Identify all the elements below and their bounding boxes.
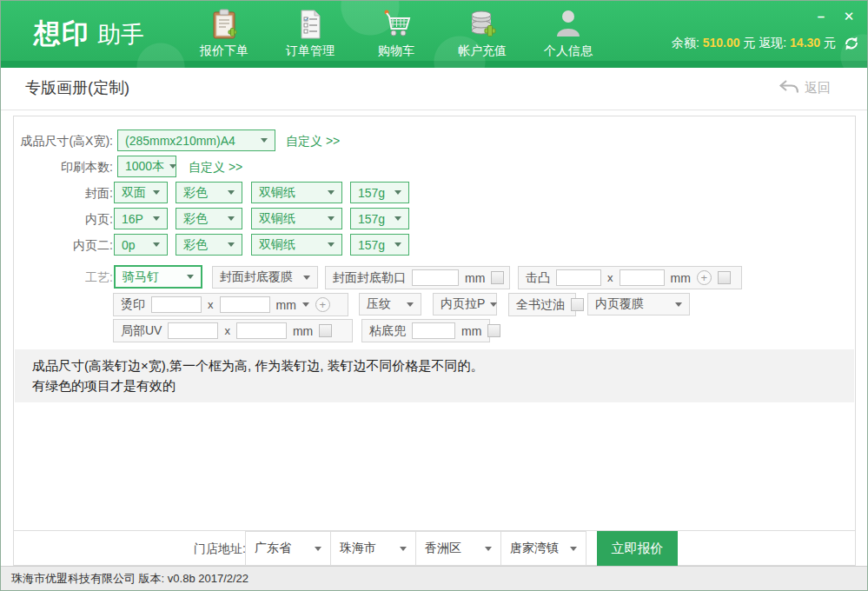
main-nav: 报价下单 订单管理 bbox=[187, 6, 606, 59]
uv-checkbox[interactable] bbox=[319, 324, 332, 337]
minimize-button[interactable]: – bbox=[810, 6, 832, 27]
size-value: (285mmx210mm)A4 bbox=[125, 134, 235, 148]
oil-checkbox[interactable] bbox=[571, 298, 584, 311]
cover-weight-select[interactable]: 157g bbox=[350, 182, 409, 203]
chevron-down-icon bbox=[315, 547, 321, 551]
pages-paper-select[interactable]: 双铜纸 bbox=[251, 208, 342, 229]
chevron-down-icon bbox=[228, 216, 235, 221]
texture-value: 压纹 bbox=[367, 296, 391, 312]
chevron-down-icon bbox=[394, 190, 401, 195]
uv-label: 局部UV bbox=[121, 323, 162, 339]
district-value: 香洲区 bbox=[425, 541, 461, 556]
pages-count-value: 16P bbox=[122, 212, 143, 226]
uv-width-input[interactable] bbox=[168, 322, 218, 339]
city-value: 珠海市 bbox=[340, 541, 376, 556]
province-select[interactable]: 广东省 bbox=[245, 531, 331, 566]
copies-select[interactable]: 1000本 bbox=[117, 156, 176, 177]
app-logo: 想印助手 bbox=[34, 16, 144, 52]
chevron-down-icon bbox=[328, 216, 335, 221]
pocket-size-input[interactable] bbox=[412, 322, 455, 339]
chevron-down-icon[interactable] bbox=[302, 302, 309, 307]
cover-film-select[interactable]: 封面封底覆膜 bbox=[212, 266, 318, 289]
emboss-height-input[interactable] bbox=[620, 269, 665, 286]
nav-item-cart[interactable]: 购物车 bbox=[359, 6, 434, 59]
craft-row-2: 烫印 x mm + 压纹 内页拉P 全书过油 内页覆膜 bbox=[14, 293, 855, 317]
foil-width-input[interactable] bbox=[151, 296, 202, 313]
pages2-paper-select[interactable]: 双铜纸 bbox=[251, 234, 342, 256]
pages2-weight-value: 157g bbox=[358, 238, 385, 252]
emboss-width-input[interactable] bbox=[556, 269, 601, 286]
pages-weight-select[interactable]: 157g bbox=[350, 208, 409, 229]
flap-group: 封面封底勒口 mm bbox=[325, 266, 510, 289]
chevron-down-icon bbox=[394, 216, 401, 221]
district-select[interactable]: 香洲区 bbox=[415, 531, 501, 566]
back-arrow-icon bbox=[779, 79, 799, 96]
size-select[interactable]: (285mmx210mm)A4 bbox=[117, 129, 275, 151]
pocket-group: 粘底兜 mm bbox=[361, 319, 490, 342]
nav-item-recharge[interactable]: 帐户充值 bbox=[445, 6, 520, 59]
emboss-checkbox[interactable] bbox=[718, 271, 731, 284]
store-address-bar: 门店地址: 广东省 珠海市 香洲区 唐家湾镇 立即报价 bbox=[14, 530, 855, 565]
nav-item-quote-order[interactable]: 报价下单 bbox=[187, 6, 262, 59]
nav-label: 订单管理 bbox=[273, 43, 348, 59]
note-line-2: 有绿色的项目才是有效的 bbox=[32, 375, 854, 395]
emboss-unit: mm bbox=[671, 271, 691, 285]
pages-row: 内页: 16P 彩色 双铜纸 157g bbox=[14, 208, 855, 230]
balance-unit: 元 bbox=[743, 36, 755, 50]
texture-select[interactable]: 压纹 bbox=[359, 293, 421, 315]
pocket-checkbox[interactable] bbox=[487, 324, 500, 337]
chevron-down-icon bbox=[328, 190, 335, 195]
add-emboss-icon[interactable]: + bbox=[697, 270, 712, 285]
flap-checkbox[interactable] bbox=[491, 271, 504, 284]
status-bar-text: 珠海市优盟科技有限公司 版本: v0.8b 2017/2/22 bbox=[11, 572, 248, 585]
nav-label: 个人信息 bbox=[531, 43, 606, 59]
foil-unit: mm bbox=[276, 298, 296, 312]
size-label: 成品尺寸(高X宽): bbox=[14, 129, 113, 152]
quote-now-button[interactable]: 立即报价 bbox=[597, 531, 678, 566]
size-custom-link[interactable]: 自定义 >> bbox=[286, 129, 340, 152]
pages2-count-value: 0p bbox=[122, 238, 136, 252]
header-bar: 想印助手 bbox=[1, 1, 867, 68]
oil-label: 全书过油 bbox=[516, 297, 565, 313]
foil-height-input[interactable] bbox=[220, 296, 270, 313]
binding-select[interactable]: 骑马钉 bbox=[114, 265, 202, 289]
cover-sides-select[interactable]: 双面 bbox=[114, 182, 168, 203]
pocket-label: 粘底兜 bbox=[369, 323, 406, 339]
nav-item-profile[interactable]: 个人信息 bbox=[531, 6, 606, 59]
page-film-select[interactable]: 内页覆膜 bbox=[587, 293, 690, 315]
account-balance: 余额: 510.00 元 返现: 14.30 元 bbox=[672, 36, 836, 51]
nav-item-order-management[interactable]: 订单管理 bbox=[273, 6, 348, 59]
cover-paper-select[interactable]: 双铜纸 bbox=[251, 182, 342, 203]
pages2-weight-select[interactable]: 157g bbox=[350, 234, 409, 256]
pages2-count-select[interactable]: 0p bbox=[114, 234, 168, 256]
copies-custom-link[interactable]: 自定义 >> bbox=[189, 156, 242, 178]
uv-unit: mm bbox=[293, 324, 313, 338]
uv-height-input[interactable] bbox=[236, 322, 287, 339]
flap-unit: mm bbox=[465, 271, 485, 285]
pages-color-value: 彩色 bbox=[183, 211, 208, 227]
uv-times: x bbox=[224, 324, 230, 337]
balance-value: 510.00 bbox=[703, 36, 740, 50]
copies-label: 印刷本数: bbox=[14, 156, 113, 178]
copies-row: 印刷本数: 1000本 自定义 >> bbox=[14, 156, 855, 178]
uv-group: 局部UV x mm bbox=[113, 319, 353, 342]
flap-label: 封面封底勒口 bbox=[333, 270, 406, 286]
cart-icon bbox=[359, 6, 434, 43]
pages-color-select[interactable]: 彩色 bbox=[176, 208, 242, 229]
chevron-down-icon bbox=[490, 302, 497, 307]
flap-size-input[interactable] bbox=[412, 269, 459, 286]
size-row: 成品尺寸(高X宽): (285mmx210mm)A4 自定义 >> bbox=[14, 129, 855, 152]
cashback-value: 14.30 bbox=[790, 36, 820, 50]
pages-count-select[interactable]: 16P bbox=[114, 208, 168, 229]
close-button[interactable]: ✕ bbox=[838, 6, 860, 27]
pages2-paper-value: 双铜纸 bbox=[259, 237, 295, 253]
pages2-color-select[interactable]: 彩色 bbox=[176, 234, 242, 256]
refresh-icon[interactable] bbox=[843, 35, 860, 52]
add-foil-icon[interactable]: + bbox=[315, 297, 330, 312]
foil-times: x bbox=[208, 298, 214, 311]
back-button[interactable]: 返回 bbox=[779, 79, 831, 96]
town-select[interactable]: 唐家湾镇 bbox=[500, 531, 586, 566]
city-select[interactable]: 珠海市 bbox=[330, 531, 416, 566]
cover-color-select[interactable]: 彩色 bbox=[176, 182, 242, 203]
pull-page-select[interactable]: 内页拉P bbox=[433, 293, 497, 315]
